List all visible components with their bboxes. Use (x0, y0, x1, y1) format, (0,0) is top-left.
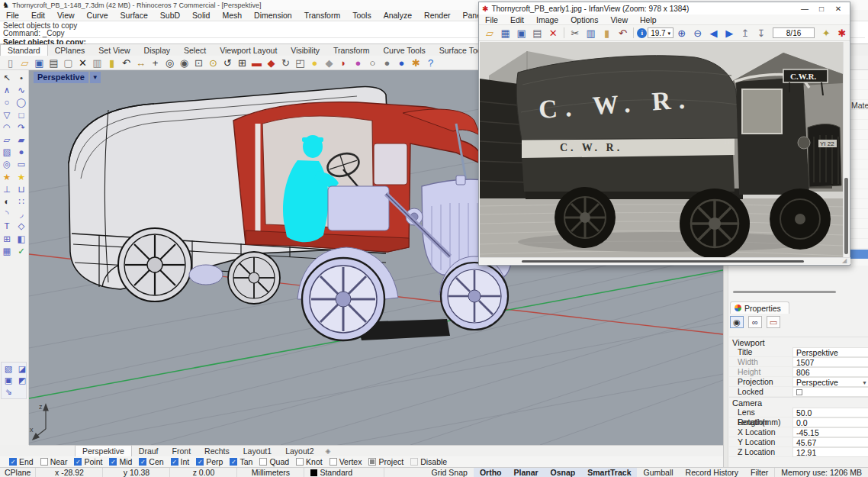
property-value-x-location[interactable]: -45.15 (792, 427, 868, 437)
dock-stack-icon[interactable]: ▣ (3, 375, 14, 385)
rhino-menu-file[interactable]: File (0, 11, 25, 20)
open-folder-icon[interactable]: ▱ (18, 56, 32, 69)
layers-material-column-header[interactable]: Material (851, 101, 868, 110)
property-value-z-location[interactable]: 12.91 (792, 447, 868, 457)
lamp-icon[interactable]: ● (307, 56, 322, 69)
render-icon[interactable]: ▬ (249, 56, 264, 69)
irfanview-mascot-icon[interactable]: ✱ (834, 26, 850, 40)
irfanview-menu-file[interactable]: File (479, 15, 504, 24)
rhino-menu-curve[interactable]: Curve (81, 11, 114, 20)
property-value-lens-length-mm[interactable]: 50.0 (792, 408, 868, 417)
viewport-tab-rechts[interactable]: Rechts (198, 446, 236, 456)
osnap-disable[interactable]: Disable (410, 457, 447, 466)
status-toggle-record-history[interactable]: Record History (680, 468, 744, 477)
viewport-camera-icon[interactable]: ◉ (730, 316, 744, 328)
page-indicator-field[interactable]: 8/16 (773, 27, 815, 38)
sphere-icon[interactable]: ● (14, 146, 28, 158)
chamfer-icon[interactable]: ◞ (14, 208, 28, 220)
irfanview-menu-view[interactable]: View (604, 15, 634, 24)
zoom-dynamic-icon[interactable]: ◉ (177, 56, 191, 69)
close-button[interactable]: ✕ (830, 5, 847, 13)
polyline-icon[interactable]: ∧ (0, 84, 14, 96)
osnap-int-checkbox[interactable]: ✓ (171, 458, 178, 466)
osnap-cen-checkbox[interactable]: ✓ (139, 458, 146, 466)
polygon-icon[interactable]: ▽ (0, 109, 14, 121)
rhino-menu-render[interactable]: Render (418, 11, 456, 20)
blast-icon[interactable]: ★ (14, 171, 28, 183)
undo-icon[interactable]: ↶ (615, 26, 630, 40)
dock-tiles-icon[interactable]: ◩ (17, 375, 27, 385)
save-icon[interactable]: ▣ (32, 56, 47, 69)
shaded-mode-icon[interactable]: ● (380, 56, 394, 69)
horizontal-scrollbar-thumb[interactable] (522, 260, 804, 263)
next-image-icon[interactable]: ▶ (722, 26, 737, 40)
toolbar-tab-viewport-layout[interactable]: Viewport Layout (213, 45, 284, 56)
rendered-mode-icon[interactable]: ● (394, 56, 409, 69)
osnap-end-checkbox[interactable]: ✓ (9, 458, 17, 466)
toolbar-tab-transform[interactable]: Transform (326, 45, 376, 56)
render-preview-icon[interactable]: ◆ (264, 56, 278, 69)
dock-arrow-icon[interactable]: ⇘ (3, 387, 14, 397)
dimension-icon[interactable]: ◇ (14, 220, 28, 232)
arc-icon[interactable]: ◠ (0, 121, 14, 134)
duplicate-icon[interactable]: ▢ (61, 56, 76, 69)
boolean-difference-icon[interactable]: ◐ (0, 195, 14, 208)
undo-icon[interactable]: ↶ (119, 56, 133, 69)
property-value-locked[interactable] (792, 387, 868, 397)
osnap-vertex[interactable]: Vertex (330, 457, 362, 466)
status-cell-z[interactable]: z 0.00 (170, 468, 237, 477)
move-icon[interactable]: + (148, 56, 162, 69)
dock-box-icon[interactable]: ▧ (3, 364, 14, 374)
status-toggle-grid-snap[interactable]: Grid Snap (426, 468, 474, 477)
torus-icon[interactable]: ◎ (0, 158, 14, 170)
rectangle-icon[interactable]: □ (14, 109, 28, 121)
curve-blend-icon[interactable]: ↷ (14, 121, 28, 134)
rhino-menu-tools[interactable]: Tools (346, 11, 378, 20)
explode-icon[interactable]: ★ (0, 171, 14, 183)
irfanview-menu-help[interactable]: Help (634, 15, 663, 24)
rhino-menu-transform[interactable]: Transform (298, 11, 346, 20)
print-icon[interactable]: ▤ (47, 56, 61, 69)
osnap-vertex-checkbox[interactable] (330, 458, 337, 466)
boolean-union-icon[interactable]: ⊔ (14, 183, 28, 195)
lock-icon[interactable]: ◆ (322, 56, 336, 69)
undo-view-change-icon[interactable]: ↺ (220, 56, 235, 69)
irfanview-menu-image[interactable]: Image (530, 15, 564, 24)
osnap-tan[interactable]: ✓Tan (230, 457, 252, 466)
front-wheel-far[interactable] (441, 263, 508, 330)
help-icon[interactable]: ? (423, 56, 438, 69)
zoom-selected-icon[interactable]: ⊙ (206, 56, 220, 69)
front-wheel[interactable] (302, 258, 384, 340)
group-icon[interactable]: ▦ (0, 245, 14, 257)
status-toggle-smarttrack[interactable]: SmartTrack (581, 468, 637, 477)
plane-icon[interactable]: ▭ (14, 158, 28, 170)
control-point-curve-icon[interactable]: ∿ (14, 84, 28, 96)
first-image-icon[interactable]: ↥ (738, 26, 753, 40)
panel-splitter[interactable] (733, 291, 836, 293)
irfanview-menu-options[interactable]: Options (564, 15, 604, 24)
gear-settings-icon[interactable]: ✱ (409, 56, 423, 69)
truck-model[interactable] (69, 86, 513, 340)
irfanview-window[interactable]: ✱ Thornycroft_PB_early1.jpg - IrfanView … (478, 2, 850, 266)
print-icon[interactable]: ▤ (529, 26, 545, 40)
osnap-point-checkbox[interactable]: ✓ (74, 458, 82, 466)
status-cell-cplane[interactable]: CPlane (0, 468, 36, 477)
viewport-title-dropdown-icon[interactable]: ▼ (90, 72, 101, 83)
osnap-near[interactable]: Near (40, 457, 68, 466)
text-icon[interactable]: T (0, 220, 14, 232)
property-value-title[interactable]: Perspektive (792, 347, 868, 357)
viewport-tab-perspektive[interactable]: Perspektive (75, 445, 132, 456)
zoom-out-icon[interactable]: ⊖ (690, 26, 706, 40)
viewport-title-label[interactable]: Perspektive (34, 72, 88, 83)
status-toggle-planar[interactable]: Planar (507, 468, 544, 477)
status-toggle-gumball[interactable]: Gumball (637, 468, 679, 477)
osnap-int[interactable]: ✓Int (171, 457, 190, 466)
irfanview-image-area[interactable]: C. W. R. C. W. R. 136 C.W.R. (480, 42, 844, 259)
surface-sweep-icon[interactable]: ▰ (14, 134, 28, 146)
pipe-icon[interactable]: ⊥ (0, 183, 14, 195)
osnap-perp[interactable]: ✓Perp (196, 457, 223, 466)
surface-from-points-icon[interactable]: ▱ (0, 134, 14, 146)
set-cplane-icon[interactable]: ◰ (293, 56, 307, 69)
status-cell-x[interactable]: x -28.92 (36, 468, 103, 477)
osnap-cen[interactable]: ✓Cen (139, 457, 163, 466)
